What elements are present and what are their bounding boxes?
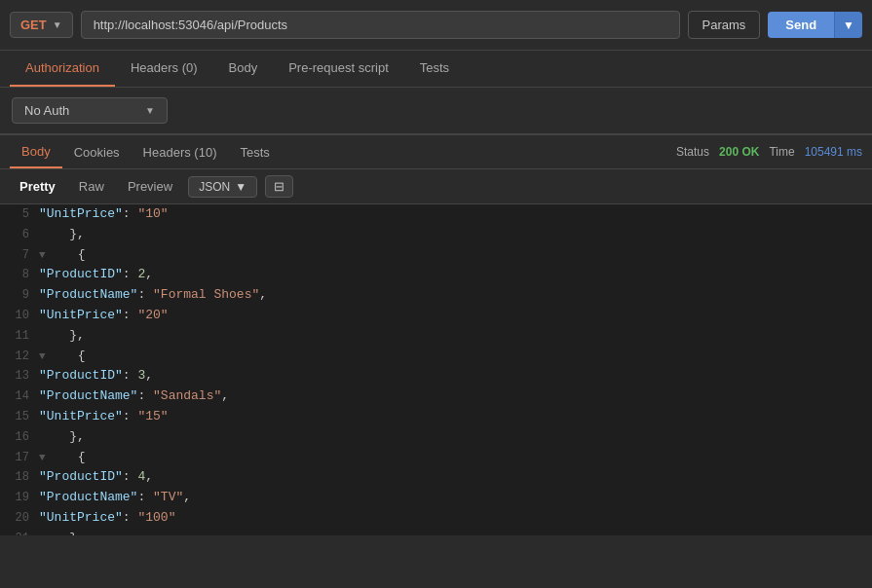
json-format-select[interactable]: JSON ▼ [188,176,257,198]
tab-prerequest[interactable]: Pre-request script [273,51,404,87]
send-button[interactable]: Send [768,12,834,38]
line-number: 14 [0,386,39,406]
punctuation: : [123,267,138,281]
resp-tab-cookies[interactable]: Cookies [62,137,132,167]
punctuation: }, [39,328,85,343]
status-value: 200 OK [719,145,759,159]
json-key: "UnitPrice" [39,510,123,525]
punctuation: , [145,469,153,484]
json-key: "ProductID" [39,368,123,383]
code-viewer[interactable]: 5"UnitPrice": "10"6 },7▼ {8"ProductID": … [0,204,872,535]
time-label: Time [769,145,794,159]
json-key: "UnitPrice" [39,206,123,221]
tab-body[interactable]: Body [213,51,274,87]
format-bar: Pretty Raw Preview JSON ▼ ⊟ [0,169,872,204]
resp-tab-tests[interactable]: Tests [228,137,281,167]
tab-headers[interactable]: Headers (0) [115,51,213,87]
punctuation: : [123,368,138,383]
punctuation: : [123,206,138,221]
string-value: "15" [137,409,168,423]
string-value: "Sandals" [153,388,221,403]
json-label: JSON [199,180,230,194]
line-number: 10 [0,306,39,325]
table-row: 5"UnitPrice": "10" [0,204,872,225]
top-bar: GET ▼ Params Send ▼ [0,0,872,51]
string-value: "TV" [153,490,183,504]
punctuation: { [48,247,86,262]
table-row: 10"UnitPrice": "20" [0,306,872,326]
table-row: 18"ProductID": 4, [0,467,872,488]
tab-authorization[interactable]: Authorization [10,51,115,87]
table-row: 19"ProductName": "TV", [0,488,872,508]
table-row: 12▼ { [0,347,872,367]
punctuation: , [221,388,229,403]
params-button[interactable]: Params [688,11,761,39]
json-key: "UnitPrice" [39,409,123,423]
line-number: 12 [0,347,39,366]
punctuation: , [259,287,267,302]
punctuation: : [137,287,153,302]
string-value: "20" [137,308,168,322]
json-key: "ProductName" [39,490,137,504]
punctuation: : [137,490,153,504]
request-tabs: Authorization Headers (0) Body Pre-reque… [0,51,872,88]
line-number: 5 [0,204,39,224]
table-row: 9"ProductName": "Formal Shoes", [0,285,872,306]
line-number: 16 [0,427,39,447]
punctuation: : [123,409,138,423]
wrap-button[interactable]: ⊟ [265,175,293,198]
preview-button[interactable]: Preview [120,176,180,197]
line-number: 6 [0,225,39,244]
punctuation: }, [39,531,85,535]
table-row: 21 }, [0,529,872,535]
method-chevron-icon: ▼ [53,19,62,30]
status-label: Status [676,145,709,159]
status-area: Status 200 OK Time 105491 ms [676,145,862,159]
punctuation: : [123,469,138,484]
line-number: 18 [0,467,39,487]
table-row: 11 }, [0,326,872,347]
resp-tab-body[interactable]: Body [10,136,62,168]
raw-button[interactable]: Raw [71,176,112,197]
url-input[interactable] [81,11,680,39]
table-row: 14"ProductName": "Sandals", [0,386,872,407]
string-value: "Formal Shoes" [153,287,259,302]
tab-tests[interactable]: Tests [404,51,465,87]
collapse-icon[interactable]: ▼ [39,350,46,362]
auth-bar: No Auth ▼ [0,88,872,134]
punctuation: : [137,388,153,403]
auth-type-select[interactable]: No Auth ▼ [12,97,168,124]
json-key: "ProductName" [39,388,137,403]
auth-chevron-icon: ▼ [145,105,155,116]
line-number: 13 [0,366,39,386]
table-row: 20"UnitPrice": "100" [0,508,872,529]
string-value: "10" [137,206,168,221]
collapse-icon[interactable]: ▼ [39,452,46,463]
punctuation: }, [39,227,85,241]
send-btn-group: Send ▼ [768,12,862,38]
method-label: GET [20,18,47,32]
table-row: 13"ProductID": 3, [0,366,872,386]
resp-tab-headers[interactable]: Headers (10) [132,137,229,167]
punctuation: { [48,349,86,363]
line-number: 8 [0,265,39,284]
json-key: "ProductID" [39,267,123,281]
punctuation: { [48,450,86,464]
table-row: 15"UnitPrice": "15" [0,407,872,427]
method-select[interactable]: GET ▼ [10,12,73,38]
json-key: "ProductName" [39,287,137,302]
collapse-icon[interactable]: ▼ [39,249,46,261]
table-row: 17▼ { [0,448,872,468]
table-row: 6 }, [0,225,872,245]
punctuation: : [123,510,138,525]
line-number: 19 [0,488,39,507]
send-arrow-button[interactable]: ▼ [834,12,862,38]
line-number: 11 [0,326,39,346]
json-key: "ProductID" [39,469,123,484]
auth-type-label: No Auth [24,103,69,118]
pretty-button[interactable]: Pretty [12,176,63,197]
punctuation: , [183,490,191,504]
time-value: 105491 ms [805,145,862,159]
line-number: 21 [0,529,39,535]
json-key: "UnitPrice" [39,308,123,322]
